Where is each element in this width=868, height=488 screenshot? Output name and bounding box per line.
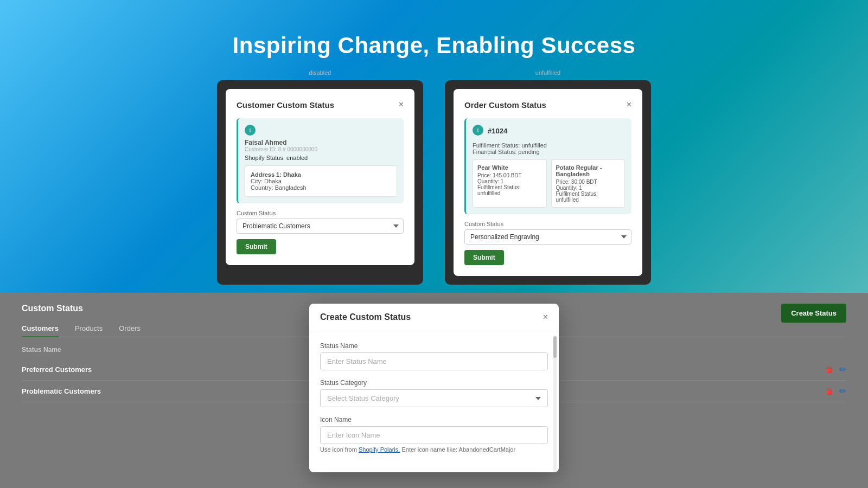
status-category-select[interactable]: Select Status Category [320,389,548,407]
order-modal-card: unfulfilled Order Custom Status × i #102… [445,80,651,285]
customer-custom-status-label: Custom Status [237,210,404,216]
order-financial-status: Financial Status: pending [473,149,625,155]
customer-modal-card: disabled Customer Custom Status × i Fais… [217,80,423,285]
create-modal-overlay: Create Custom Status × Status Name Statu… [0,293,868,488]
order-number: #1024 [488,127,507,135]
page-title: Inspiring Change, Enabling Success [0,33,868,59]
status-name-input[interactable] [320,352,548,370]
customer-info-box: i Faisal Ahmed Customer ID: 8 # 00000000… [237,118,404,203]
customer-custom-status-select[interactable]: Problematic Customers [237,219,404,234]
address-title: Address 1: Dhaka [251,171,391,178]
order-custom-status-label: Custom Status [464,221,631,227]
shopify-polaris-link[interactable]: Shopify Polaris. [359,446,400,453]
order-fulfillment-status: Fulfillment Status: unfulfilled [473,142,625,149]
customer-modal-inner: Customer Custom Status × i Faisal Ahmed … [226,89,414,265]
status-name-group: Status Name [320,342,548,370]
order-item-2-qty: Quantity: 1 [556,185,621,191]
order-item-2-name: Potato Regular - Bangladesh [556,164,621,177]
order-item-2-fulfillment: Fulfilment Status: unfulfilled [556,191,621,203]
order-item-2: Potato Regular - Bangladesh Price: 30.00… [551,159,626,208]
bottom-section: Custom Status Create Status Customers Pr… [0,293,868,488]
customer-info-icon: i [245,125,256,136]
customer-id: Customer ID: 8 # 0000000000 [245,146,397,152]
order-submit-button[interactable]: Submit [464,250,504,265]
order-item-1-price: Price: 145.00 BDT [477,172,542,178]
create-modal-title: Create Custom Status [320,312,411,322]
customer-modal-header: Customer Custom Status × [237,100,404,110]
icon-hint-prefix: Use icon from [320,446,357,453]
order-item-2-price: Price: 30.00 BDT [556,179,621,185]
order-custom-status-select[interactable]: Personalized Engraving [464,229,631,245]
order-info-icon: i [473,125,483,136]
order-item-1-fulfillment: Fulfillment Status: unfulfilled [477,184,542,196]
customer-submit-button[interactable]: Submit [237,239,276,254]
shopify-status: Shopify Status: enabled [245,155,397,161]
create-modal-close-button[interactable]: × [543,312,548,322]
icon-name-group: Icon Name Use icon from Shopify Polaris.… [320,416,548,453]
customer-address-box: Address 1: Dhaka City: Dhaka Country: Ba… [245,165,397,197]
order-item-1-name: Pear White [477,164,542,171]
customer-modal-title: Customer Custom Status [237,100,334,110]
order-item-1: Pear White Price: 145.00 BDT Quantity: 1… [473,159,547,208]
order-items-row: Pear White Price: 145.00 BDT Quantity: 1… [473,159,625,208]
status-category-group: Status Category Select Status Category [320,379,548,407]
customer-name: Faisal Ahmed [245,139,397,146]
icon-name-label: Icon Name [320,416,548,423]
create-modal: Create Custom Status × Status Name Statu… [309,304,559,472]
order-modal-header: Order Custom Status × [464,100,631,110]
scrollbar [553,336,557,472]
status-name-label: Status Name [320,342,548,350]
customer-modal-close-button[interactable]: × [399,100,404,110]
icon-hint-suffix: Enter icon name like: AbandonedCartMajor [401,446,515,453]
scroll-thumb [553,336,557,358]
create-modal-body: Status Name Status Category Select Statu… [309,331,559,472]
icon-name-input[interactable] [320,426,548,444]
address-country: Country: Bangladesh [251,184,391,191]
order-modal-title: Order Custom Status [464,100,546,110]
create-modal-header: Create Custom Status × [309,304,559,331]
order-item-1-qty: Quantity: 1 [477,178,542,184]
order-info-box: i #1024 Fulfillment Status: unfulfilled … [464,118,631,214]
status-category-label: Status Category [320,379,548,387]
bottom-inner: Custom Status Create Status Customers Pr… [0,293,868,488]
icon-hint: Use icon from Shopify Polaris. Enter ico… [320,446,548,453]
order-modal-bg-label: unfulfilled [535,69,560,76]
address-city: City: Dhaka [251,178,391,184]
customer-modal-bg-label: disabled [309,69,331,76]
cards-row: disabled Customer Custom Status × i Fais… [0,80,868,285]
order-modal-close-button[interactable]: × [627,100,631,110]
order-modal-inner: Order Custom Status × i #1024 Fulfillmen… [454,89,642,276]
top-section: Inspiring Change, Enabling Success [0,0,868,80]
